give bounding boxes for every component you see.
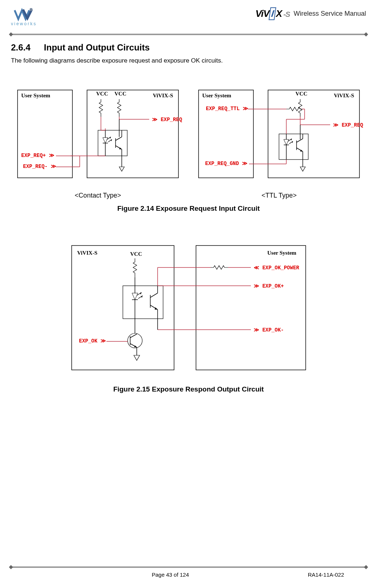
svg-rect-42 [279,134,308,160]
svg-marker-105 [134,355,140,360]
figure-215-diagram: ViVIX-S User System VCC ≪ EXP_OK_POWER ≫… [11,238,366,377]
svg-text:VCC: VCC [295,91,308,97]
vieworks-w-icon [13,7,35,22]
ttl-type-diagram: User System ViVIX-S VCC ≫ EXP_REQ EXP_RE… [192,83,366,199]
svg-text:≫ EXP_REQ: ≫ EXP_REQ [333,122,363,128]
vcc2: VCC [114,91,127,97]
svg-marker-21 [119,167,124,171]
doc-number: RA14-11A-022 [308,572,344,578]
svg-text:EXP_OK ≫: EXP_OK ≫ [79,338,106,344]
svg-marker-7 [103,138,108,143]
contact-type-caption: <Contact Type> [75,192,121,199]
ttl-type-caption: <TTL Type> [261,192,297,199]
svg-line-16 [116,137,122,141]
exp-req-minus: EXP_REQ- ≫ [23,164,56,169]
figure-214-row: User System ViVIX-S VCC VCC ≫ EXP_REQ [11,83,366,199]
svg-rect-2 [87,90,178,178]
page-number: Page 43 of 124 [152,572,189,578]
vivix-suffix: -S [283,10,290,18]
doc-title: Wireless Service Manual [294,10,366,18]
figure-215-title: Figure 2.15 Exposure Respond Output Circ… [11,385,366,393]
svg-text:User System: User System [202,93,231,98]
vcc1: VCC [96,91,108,97]
header-divider [11,34,366,35]
figure-214-title: Figure 2.14 Exposure Request Input Circu… [11,205,366,213]
svg-marker-83 [155,307,158,310]
page-footer: Page 43 of 124 RA14-11A-022 [11,566,366,578]
user-system-label: User System [21,93,50,98]
svg-marker-44 [284,139,289,145]
brand-text: vieworks [11,21,37,26]
svg-text:ViVIX-S: ViVIX-S [334,93,354,98]
svg-line-53 [297,139,303,142]
page-header: vieworks ViVIX-S Wireless Service Manual [11,7,366,33]
exp-req-plus: EXP_REQ+ ≫ [21,153,54,158]
svg-text:User System: User System [267,250,297,256]
section-intro: The following diagrams describe exposure… [11,57,366,64]
contact-type-diagram: User System ViVIX-S VCC VCC ≫ EXP_REQ [11,83,185,199]
svg-text:EXP_REQ_GND ≫: EXP_REQ_GND ≫ [205,161,248,166]
svg-rect-5 [98,130,127,156]
brand-logo: vieworks [11,7,37,26]
svg-text:ViVIX-S: ViVIX-S [77,250,97,256]
svg-point-0 [30,8,33,11]
section-title: Input and Output Circuits [44,42,150,52]
svg-text:EXP_REQ_TTL ≫: EXP_REQ_TTL ≫ [206,106,248,112]
svg-text:VCC: VCC [130,251,142,257]
svg-rect-67 [196,246,306,370]
svg-marker-58 [300,167,305,171]
section-number: 2.6.4 [11,42,30,52]
svg-text:≫ EXP_OK+: ≫ EXP_OK+ [254,283,284,289]
exp-req-signal: ≫ EXP_REQ [152,117,182,123]
section-heading: 2.6.4 Input and Output Circuits [11,42,366,53]
vivix-label: ViVIX-S [153,93,173,98]
vivix-logo: ViVIX-S [255,7,290,20]
svg-marker-73 [132,293,138,300]
footer-divider [11,566,366,568]
svg-rect-71 [123,286,163,319]
svg-marker-99 [134,345,137,347]
svg-line-81 [150,293,158,297]
svg-text:≫ EXP_OK-: ≫ EXP_OK- [254,327,284,333]
product-title-block: ViVIX-S Wireless Service Manual [255,7,366,20]
svg-text:≪ EXP_OK_POWER: ≪ EXP_OK_POWER [254,265,299,271]
